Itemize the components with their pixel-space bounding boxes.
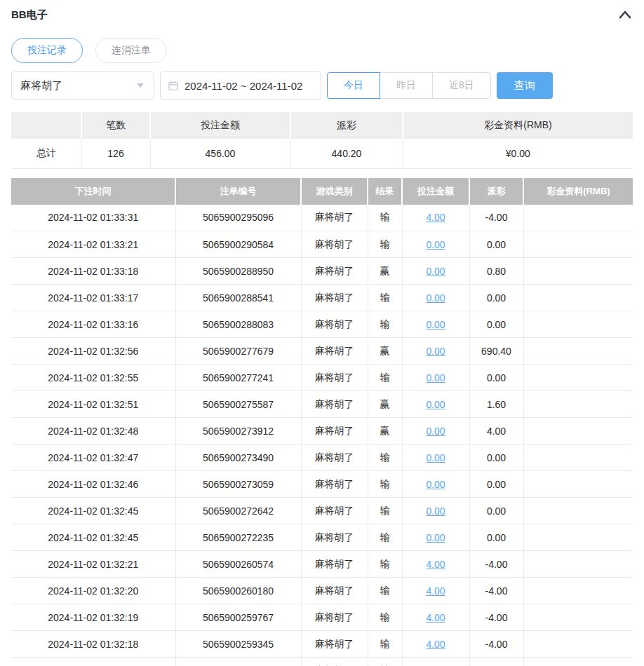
- tab-cancelled-orders[interactable]: 连消注单: [95, 38, 167, 63]
- bet-amount-cell: 0.00: [402, 258, 469, 285]
- bet-time-cell: 2024-11-02 01:33:16: [11, 311, 175, 338]
- game-type-cell: 麻将胡了: [301, 658, 368, 666]
- search-button[interactable]: 查询: [497, 72, 553, 99]
- date-range-input[interactable]: 2024-11-02 ~ 2024-11-02: [160, 72, 321, 100]
- record-type-tabs: 投注记录连消注单: [11, 38, 633, 63]
- table-row: 2024-11-02 01:32:555065900277241麻将胡了输0.0…: [11, 365, 633, 391]
- result-cell: 输: [368, 498, 402, 524]
- bonus-cell: [523, 418, 633, 444]
- bet-amount-link[interactable]: 4.00: [426, 585, 445, 597]
- summary-col-count: 笔数: [81, 112, 150, 139]
- bet-amount-link[interactable]: 0.00: [426, 319, 445, 330]
- payout-cell: -4.00: [469, 578, 523, 604]
- bet-amount-link[interactable]: 0.00: [426, 452, 445, 463]
- payout-cell: -4.00: [469, 551, 523, 578]
- quick-button-last-8-days[interactable]: 近8日: [432, 72, 491, 99]
- bet-amount-link[interactable]: 0.00: [426, 292, 445, 304]
- game-type-cell: 麻将胡了: [301, 205, 368, 231]
- game-type-cell: 麻将胡了: [301, 418, 368, 444]
- payout-cell: -4.00: [469, 658, 523, 666]
- bet-amount-cell: 0.00: [402, 498, 469, 524]
- summary-col-payout: 派彩: [290, 112, 403, 139]
- order-id-cell: 5065900259767: [175, 604, 301, 631]
- bet-time-cell: 2024-11-02 01:33:17: [11, 285, 175, 311]
- bonus-cell: [523, 631, 633, 658]
- collapse-button[interactable]: [617, 7, 633, 22]
- game-type-cell: 麻将胡了: [301, 524, 368, 551]
- payout-cell: 0.00: [469, 498, 523, 524]
- quick-button-today[interactable]: 今日: [327, 72, 380, 99]
- game-type-cell: 麻将胡了: [301, 391, 368, 418]
- bet-time-cell: 2024-11-02 01:32:55: [11, 365, 175, 391]
- result-cell: 输: [368, 578, 402, 604]
- bonus-cell: [523, 311, 633, 338]
- game-type-cell: 麻将胡了: [301, 231, 368, 258]
- summary-header-row: 笔数 投注金额 派彩 彩金资料(RMB): [11, 112, 633, 139]
- table-row: 2024-11-02 01:32:485065900273912麻将胡了赢0.0…: [11, 418, 633, 444]
- order-id-cell: 5065900258934: [175, 658, 301, 666]
- col-order-id: 注单编号: [175, 178, 301, 205]
- table-row: 2024-11-02 01:32:205065900260180麻将胡了输4.0…: [11, 578, 633, 604]
- bet-time-cell: 2024-11-02 01:32:46: [11, 471, 175, 498]
- result-cell: 输: [368, 231, 402, 258]
- summary-payout-value: 440.20: [290, 139, 403, 168]
- bet-amount-cell: 0.00: [402, 418, 469, 444]
- bet-amount-link[interactable]: 0.00: [426, 266, 445, 277]
- payout-cell: -4.00: [469, 205, 523, 231]
- order-id-cell: 5065900273490: [175, 444, 301, 471]
- order-id-cell: 5065900277679: [175, 338, 301, 365]
- bet-amount-link[interactable]: 0.00: [426, 372, 445, 383]
- bonus-cell: [523, 365, 633, 391]
- bet-amount-link[interactable]: 0.00: [426, 479, 445, 490]
- bet-amount-link[interactable]: 4.00: [426, 212, 445, 223]
- result-cell: 输: [368, 205, 402, 231]
- game-type-cell: 麻将胡了: [301, 311, 368, 338]
- bonus-cell: [523, 444, 633, 471]
- bonus-cell: [523, 338, 633, 365]
- bonus-cell: [523, 551, 633, 578]
- table-row: 2024-11-02 01:32:565065900277679麻将胡了赢0.0…: [11, 338, 633, 365]
- bet-time-cell: 2024-11-02 01:32:21: [11, 551, 175, 578]
- summary-bonus-value: ¥0.00: [403, 139, 633, 168]
- payout-cell: 4.00: [469, 418, 523, 444]
- payout-cell: -4.00: [469, 604, 523, 631]
- table-row: 2024-11-02 01:33:165065900288083麻将胡了输0.0…: [11, 311, 633, 338]
- game-type-cell: 麻将胡了: [301, 365, 368, 391]
- col-bet-time: 下注时间: [11, 178, 175, 205]
- game-type-cell: 麻将胡了: [301, 338, 368, 365]
- game-type-cell: 麻将胡了: [301, 498, 368, 524]
- table-row: 2024-11-02 01:32:195065900259767麻将胡了输4.0…: [11, 604, 633, 631]
- table-row: 2024-11-02 01:33:215065900290584麻将胡了输0.0…: [11, 231, 633, 258]
- bet-amount-link[interactable]: 0.00: [426, 532, 445, 543]
- game-select[interactable]: 麻将胡了: [11, 72, 154, 100]
- table-header-row: 下注时间 注单编号 游戏类别 结果 投注金额 派彩 彩金资料(RMB): [11, 178, 633, 205]
- table-row: 2024-11-02 01:33:315065900295096麻将胡了输4.0…: [11, 205, 633, 231]
- bet-amount-link[interactable]: 4.00: [426, 639, 445, 650]
- bet-amount-link[interactable]: 0.00: [426, 239, 445, 250]
- game-type-cell: 麻将胡了: [301, 631, 368, 658]
- table-row: 2024-11-02 01:32:145065900258934麻将胡了输4.0…: [11, 658, 633, 666]
- table-row: 2024-11-02 01:32:455065900272235麻将胡了输0.0…: [11, 524, 633, 551]
- page-title: BB电子: [11, 8, 48, 22]
- bet-amount-cell: 0.00: [402, 391, 469, 418]
- bet-amount-link[interactable]: 0.00: [426, 346, 445, 357]
- summary-col-bonus: 彩金资料(RMB): [403, 112, 633, 139]
- chevron-down-icon: [137, 83, 144, 88]
- bet-amount-link[interactable]: 0.00: [426, 399, 445, 410]
- quick-button-yesterday[interactable]: 昨日: [380, 72, 433, 99]
- summary-bet-amount-value: 456.00: [150, 139, 290, 168]
- bet-amount-cell: 4.00: [402, 578, 469, 604]
- bet-amount-link[interactable]: 4.00: [426, 612, 445, 623]
- bet-amount-link[interactable]: 0.00: [426, 426, 445, 437]
- table-row: 2024-11-02 01:32:515065900275587麻将胡了赢0.0…: [11, 391, 633, 418]
- bonus-cell: [523, 285, 633, 311]
- bet-amount-cell: 4.00: [402, 658, 469, 666]
- bet-amount-link[interactable]: 4.00: [426, 559, 445, 570]
- result-cell: 赢: [368, 418, 402, 444]
- tab-bet-records[interactable]: 投注记录: [11, 38, 83, 63]
- game-type-cell: 麻将胡了: [301, 444, 368, 471]
- bet-amount-cell: 0.00: [402, 524, 469, 551]
- bet-amount-link[interactable]: 0.00: [426, 505, 445, 517]
- result-cell: 输: [368, 604, 402, 631]
- bet-amount-cell: 4.00: [402, 604, 469, 631]
